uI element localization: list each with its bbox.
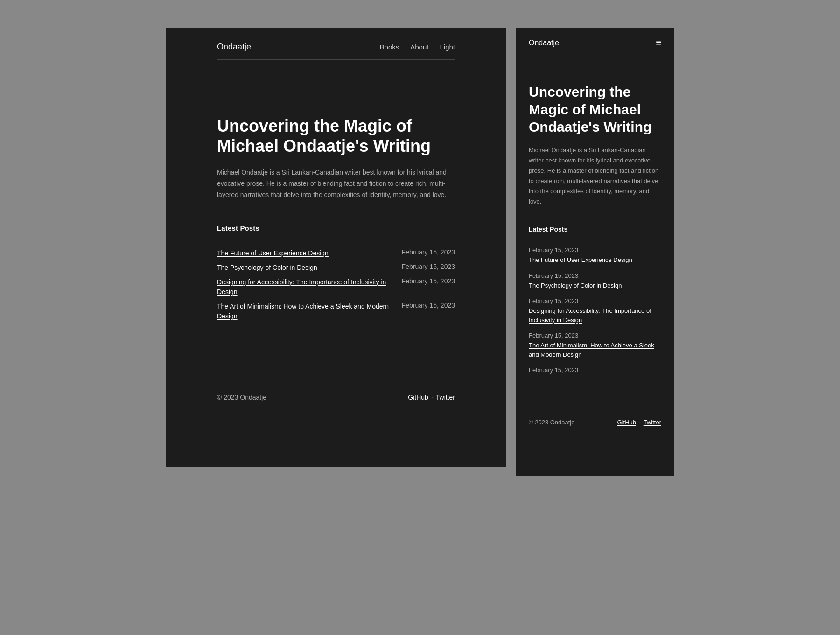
desktop-latest-posts: Latest Posts The Future of User Experien… bbox=[166, 224, 506, 354]
desktop-hero: Uncovering the Magic of Michael Ondaatje… bbox=[166, 60, 506, 224]
mobile-footer-link-github[interactable]: GitHub bbox=[617, 419, 636, 426]
mobile-footer: © 2023 Ondaatje GitHub · Twitter bbox=[516, 409, 674, 435]
mobile-panel: Ondaatje ≡ Uncovering the Magic of Micha… bbox=[516, 28, 674, 476]
post-date-3: February 15, 2023 bbox=[402, 277, 455, 285]
desktop-hero-title: Uncovering the Magic of Michael Ondaatje… bbox=[217, 116, 455, 156]
desktop-nav-links: Books About Light bbox=[380, 43, 455, 51]
mobile-hero-description: Michael Ondaatje is a Sri Lankan-Canadia… bbox=[529, 145, 661, 207]
mobile-post-link-2[interactable]: The Psychology of Color in Design bbox=[529, 281, 661, 290]
post-link-3[interactable]: Designing for Accessibility: The Importa… bbox=[217, 277, 394, 297]
list-item: February 15, 2023 Designing for Accessib… bbox=[529, 297, 661, 325]
table-row: The Future of User Experience Design Feb… bbox=[217, 248, 455, 258]
mobile-post-date-4: February 15, 2023 bbox=[529, 332, 661, 339]
mobile-post-link-1[interactable]: The Future of User Experience Design bbox=[529, 255, 661, 265]
footer-link-github[interactable]: GitHub bbox=[408, 394, 428, 401]
mobile-nav: Ondaatje ≡ bbox=[516, 28, 674, 55]
mobile-post-link-3[interactable]: Designing for Accessibility: The Importa… bbox=[529, 306, 661, 325]
mobile-site-title: Ondaatje bbox=[529, 39, 559, 47]
hamburger-icon[interactable]: ≡ bbox=[656, 37, 661, 48]
mobile-footer-separator: · bbox=[639, 419, 641, 426]
post-link-1[interactable]: The Future of User Experience Design bbox=[217, 248, 329, 258]
nav-link-light[interactable]: Light bbox=[440, 43, 455, 51]
list-item: February 15, 2023 The Psychology of Colo… bbox=[529, 272, 661, 290]
table-row: The Art of Minimalism: How to Achieve a … bbox=[217, 302, 455, 321]
mobile-latest-posts: Latest Posts February 15, 2023 The Futur… bbox=[516, 226, 674, 400]
mobile-posts-divider bbox=[529, 239, 661, 239]
mobile-footer-copyright: © 2023 Ondaatje bbox=[529, 419, 574, 426]
post-link-4[interactable]: The Art of Minimalism: How to Achieve a … bbox=[217, 302, 394, 321]
list-item: February 15, 2023 The Art of Minimalism:… bbox=[529, 332, 661, 359]
list-item: February 15, 2023 The Future of User Exp… bbox=[529, 247, 661, 265]
table-row: The Psychology of Color in Design Februa… bbox=[217, 263, 455, 273]
mobile-footer-links: GitHub · Twitter bbox=[617, 419, 661, 426]
nav-link-about[interactable]: About bbox=[410, 43, 428, 51]
mobile-footer-link-twitter[interactable]: Twitter bbox=[644, 419, 661, 426]
footer-link-twitter[interactable]: Twitter bbox=[436, 394, 455, 401]
desktop-latest-posts-heading: Latest Posts bbox=[217, 224, 455, 232]
post-date-4: February 15, 2023 bbox=[402, 302, 455, 309]
mobile-post-date-2: February 15, 2023 bbox=[529, 272, 661, 279]
footer-separator: · bbox=[431, 394, 433, 401]
post-link-2[interactable]: The Psychology of Color in Design bbox=[217, 263, 317, 273]
list-item: February 15, 2023 bbox=[529, 367, 661, 374]
mobile-post-date-1: February 15, 2023 bbox=[529, 247, 661, 254]
post-date-2: February 15, 2023 bbox=[402, 263, 455, 270]
desktop-footer-copyright: © 2023 Ondaatje bbox=[217, 394, 266, 401]
desktop-panel: Ondaatje Books About Light Uncovering th… bbox=[166, 28, 506, 467]
mobile-hero-title: Uncovering the Magic of Michael Ondaatje… bbox=[529, 83, 661, 136]
desktop-nav: Ondaatje Books About Light bbox=[166, 28, 506, 59]
desktop-footer: © 2023 Ondaatje GitHub · Twitter bbox=[166, 382, 506, 412]
post-date-1: February 15, 2023 bbox=[402, 248, 455, 256]
desktop-footer-links: GitHub · Twitter bbox=[408, 394, 455, 401]
desktop-hero-description: Michael Ondaatje is a Sri Lankan-Canadia… bbox=[217, 167, 455, 200]
desktop-posts-divider bbox=[217, 239, 455, 239]
mobile-post-date-5: February 15, 2023 bbox=[529, 367, 661, 374]
mobile-hero: Uncovering the Magic of Michael Ondaatje… bbox=[516, 55, 674, 226]
nav-link-books[interactable]: Books bbox=[380, 43, 399, 51]
table-row: Designing for Accessibility: The Importa… bbox=[217, 277, 455, 297]
mobile-post-date-3: February 15, 2023 bbox=[529, 297, 661, 304]
mobile-latest-posts-heading: Latest Posts bbox=[529, 226, 661, 233]
mobile-post-link-4[interactable]: The Art of Minimalism: How to Achieve a … bbox=[529, 341, 661, 359]
desktop-site-title: Ondaatje bbox=[217, 42, 251, 52]
